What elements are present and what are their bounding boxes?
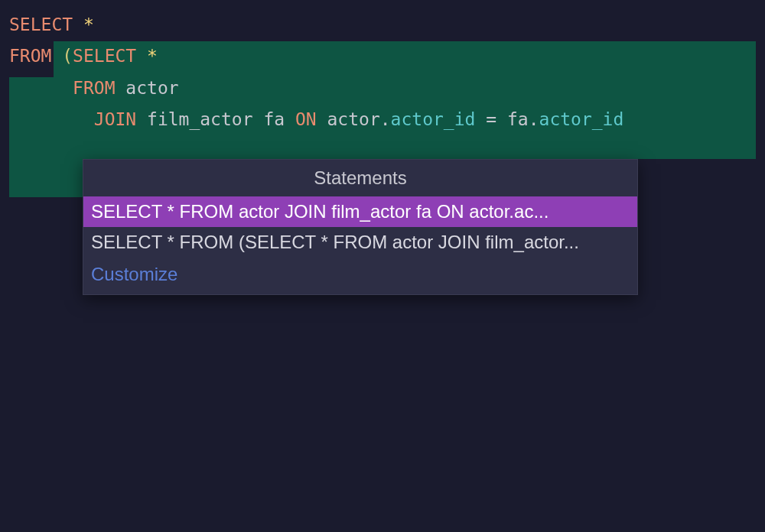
code-editor[interactable]: SELECT * FROM (SELECT * FROM actor JOIN … (0, 0, 765, 136)
statements-popup: Statements SELECT * FROM actor JOIN film… (83, 159, 638, 295)
popup-item[interactable]: SELECT * FROM (SELECT * FROM actor JOIN … (83, 227, 637, 258)
keyword-select: SELECT (9, 15, 73, 34)
table-alias: fa (263, 109, 285, 129)
code-line-3[interactable]: FROM actor (9, 73, 765, 104)
asterisk: * (147, 46, 158, 66)
keyword-from: FROM (73, 78, 115, 98)
keyword-select: SELECT (73, 46, 136, 66)
popup-item-selected[interactable]: SELECT * FROM actor JOIN film_actor fa O… (83, 196, 637, 227)
field-name: actor_id (391, 109, 476, 129)
table-name: film_actor (147, 109, 252, 129)
asterisk: * (83, 15, 94, 34)
keyword-from: FROM (9, 46, 51, 66)
keyword-on: ON (295, 109, 317, 129)
open-paren: ( (62, 46, 73, 66)
code-line-2[interactable]: FROM (SELECT * (9, 41, 765, 72)
dot: . (380, 109, 391, 129)
field-name: actor_id (539, 109, 624, 129)
dot: . (529, 109, 539, 129)
table-ref: fa (507, 109, 529, 129)
code-line-1[interactable]: SELECT * (9, 9, 765, 41)
equals-operator: = (486, 109, 496, 129)
table-ref: actor (327, 109, 380, 129)
popup-header: Statements (83, 160, 637, 196)
table-name: actor (125, 78, 178, 98)
popup-customize-link[interactable]: Customize (83, 258, 637, 294)
keyword-join: JOIN (94, 109, 136, 129)
highlight-region (9, 159, 83, 197)
code-line-4[interactable]: JOIN film_actor fa ON actor.actor_id = f… (9, 104, 765, 135)
